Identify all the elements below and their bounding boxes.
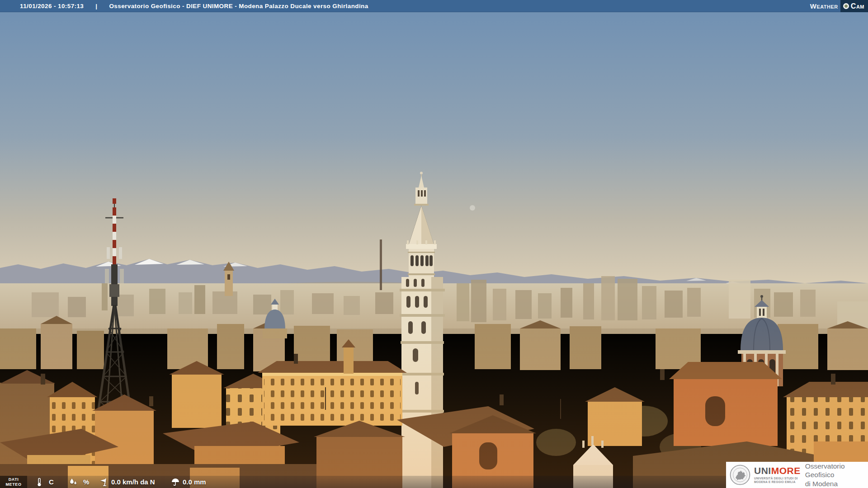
weathercam-logo-cam: Cam xyxy=(851,2,864,10)
wind-flag-icon xyxy=(99,478,108,487)
humidity-unit: % xyxy=(83,478,89,486)
unimore-wordmark-more: MORE xyxy=(771,465,801,476)
humidity-drops-icon xyxy=(69,478,78,487)
page-title: Osservatorio Geofisico - DIEF UNIMORE - … xyxy=(109,3,368,9)
thermometer-icon xyxy=(35,478,43,487)
modena-panorama xyxy=(0,12,868,488)
separator: | xyxy=(95,3,97,9)
weathercam-logo-weather: Weather xyxy=(810,2,840,10)
rain-reading: 0.0 mm xyxy=(171,476,206,488)
umbrella-icon xyxy=(171,478,180,487)
humidity-reading: % xyxy=(69,476,89,488)
temperature-unit: C xyxy=(49,478,54,486)
temperature-reading: C xyxy=(35,476,54,488)
weathercam-logo[interactable]: Weather Cam xyxy=(810,0,868,12)
top-info-bar: 11/01/2026 - 10:57:13 | Osservatorio Geo… xyxy=(0,0,868,12)
timestamp: 11/01/2026 - 10:57:13 xyxy=(20,3,84,9)
wind-value: 0.0 km/h da N xyxy=(111,478,155,486)
university-name-line1: UNIVERSITÀ DEGLI STUDI DI xyxy=(754,477,801,480)
crescent-moon xyxy=(470,205,475,211)
unimore-logo-box[interactable]: UNIMORE UNIVERSITÀ DEGLI STUDI DI MODENA… xyxy=(726,462,868,488)
observatory-name: Osservatorio Geofisico di Modena xyxy=(805,462,864,488)
university-name-line2: MODENA E REGGIO EMILIA xyxy=(754,480,801,484)
rain-value: 0.0 mm xyxy=(183,478,206,486)
dati-meteo-label: DATI METEO xyxy=(0,476,27,488)
wind-reading: 0.0 km/h da N xyxy=(99,476,155,488)
webcam-page: 11/01/2026 - 10:57:13 | Osservatorio Geo… xyxy=(0,0,868,488)
weathercam-logo-cam-box: Cam xyxy=(840,0,868,12)
unimore-wordmark: UNIMORE UNIVERSITÀ DEGLI STUDI DI MODENA… xyxy=(754,466,801,484)
unimore-wordmark-uni: UNI xyxy=(754,465,771,476)
webcam-photo xyxy=(0,12,868,488)
camera-lens-icon xyxy=(843,3,849,9)
unimore-crest-icon xyxy=(730,465,750,485)
